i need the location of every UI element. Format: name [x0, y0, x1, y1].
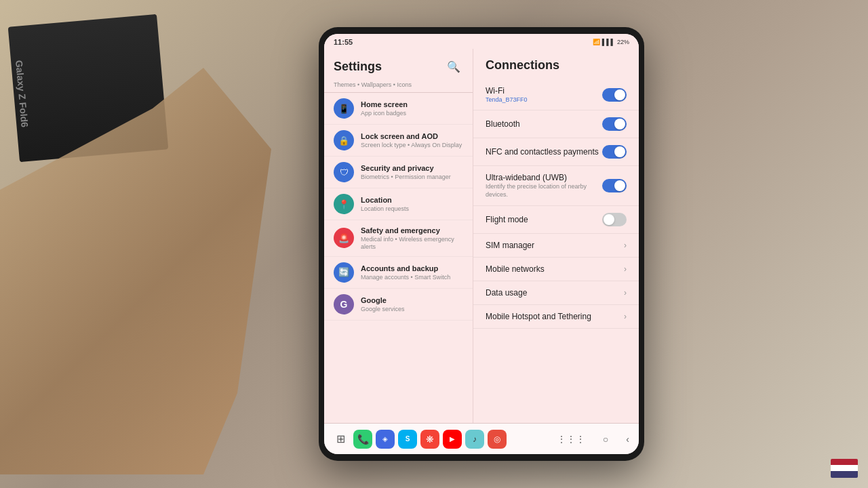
safety-text: Safety and emergency Medical info • Wire…: [361, 226, 463, 251]
mobile-networks-chevron: ›: [624, 264, 627, 274]
accounts-subtitle: Manage accounts • Smart Switch: [361, 274, 463, 281]
connections-title: Connections: [473, 54, 639, 79]
tablet-device: 11:55 📶 ▌▌▌ 22% Settings 🔍 Themes • Wall…: [319, 27, 644, 461]
sim-chevron: ›: [624, 241, 627, 250]
mobile-networks-text: Mobile networks: [486, 264, 624, 274]
connection-wifi[interactable]: Wi-Fi Tenda_B73FF0: [473, 79, 639, 110]
hotspot-chevron: ›: [624, 312, 627, 321]
nfc-name: NFC and contactless payments: [486, 147, 602, 157]
uwb-toggle[interactable]: [602, 179, 627, 192]
settings-item-location[interactable]: 📍 Location Location requests: [324, 188, 473, 220]
data-usage-text: Data usage: [486, 288, 624, 298]
dock-skype-icon[interactable]: S: [398, 430, 417, 449]
status-icons: 📶 ▌▌▌ 22%: [593, 39, 629, 45]
wifi-sub: Tenda_B73FF0: [486, 96, 602, 103]
nav-back-button[interactable]: ‹: [623, 431, 632, 447]
hotspot-name: Mobile Hotspot and Tethering: [486, 312, 624, 321]
connection-hotspot[interactable]: Mobile Hotspot and Tethering ›: [473, 305, 639, 329]
settings-item-google[interactable]: G Google Google services: [324, 289, 473, 321]
settings-item-safety[interactable]: 🚨 Safety and emergency Medical info • Wi…: [324, 220, 473, 257]
wifi-toggle[interactable]: [602, 88, 627, 102]
bluetooth-text: Bluetooth: [486, 119, 602, 129]
dock-podcast-icon[interactable]: ◎: [488, 430, 507, 449]
uwb-text: Ultra-wideband (UWB) Identify the precis…: [486, 173, 602, 199]
dock-tiktok-icon[interactable]: ♪: [465, 430, 484, 449]
settings-item-lock-screen[interactable]: 🔒 Lock screen and AOD Screen lock type •…: [324, 125, 473, 157]
google-subtitle: Google services: [361, 306, 463, 313]
flight-name: Flight mode: [486, 215, 602, 224]
dock-klover-icon[interactable]: ❋: [420, 430, 439, 449]
lock-screen-subtitle: Screen lock type • Always On Display: [361, 142, 463, 149]
connection-bluetooth[interactable]: Bluetooth: [473, 110, 639, 138]
dock-bixby-icon[interactable]: ◈: [376, 430, 395, 449]
location-subtitle: Location requests: [361, 205, 463, 213]
settings-item-home-screen[interactable]: 📱 Home screen App icon badges: [324, 93, 473, 125]
flight-text: Flight mode: [486, 215, 602, 224]
search-button[interactable]: 🔍: [444, 57, 463, 76]
settings-panel: Settings 🔍 Themes • Wallpapers • Icons 📱…: [324, 49, 473, 423]
breadcrumb: Themes • Wallpapers • Icons: [324, 80, 473, 93]
accounts-icon: 🔄: [334, 262, 354, 283]
bluetooth-name: Bluetooth: [486, 119, 602, 129]
nav-home-button[interactable]: ○: [600, 431, 611, 447]
data-usage-name: Data usage: [486, 288, 624, 298]
book-label: Galaxy Z Fold6: [14, 60, 31, 128]
connection-flight[interactable]: Flight mode: [473, 206, 639, 234]
battery-status: 22%: [617, 39, 629, 45]
flight-toggle[interactable]: [602, 213, 627, 226]
safety-title: Safety and emergency: [361, 226, 463, 235]
signal-icon: ▌▌▌: [602, 39, 615, 45]
data-usage-chevron: ›: [624, 288, 627, 298]
security-title: Security and privacy: [361, 163, 463, 173]
wifi-text: Wi-Fi Tenda_B73FF0: [486, 86, 602, 103]
dock-nav: ⋮⋮⋮ ○ ‹: [554, 431, 632, 447]
accounts-title: Accounts and backup: [361, 264, 463, 273]
connection-sim[interactable]: SIM manager ›: [473, 234, 639, 258]
home-screen-text: Home screen App icon badges: [361, 100, 463, 117]
google-icon: G: [334, 294, 354, 314]
uwb-name: Ultra-wideband (UWB): [486, 173, 602, 182]
lock-screen-icon: 🔒: [334, 130, 354, 150]
connection-nfc[interactable]: NFC and contactless payments: [473, 138, 639, 166]
location-icon: 📍: [334, 194, 354, 214]
security-subtitle: Biometrics • Permission manager: [361, 174, 463, 181]
connection-mobile-networks[interactable]: Mobile networks ›: [473, 258, 639, 281]
settings-item-accounts[interactable]: 🔄 Accounts and backup Manage accounts • …: [324, 257, 473, 289]
connection-data-usage[interactable]: Data usage ›: [473, 281, 639, 305]
home-screen-title: Home screen: [361, 100, 463, 109]
google-text: Google Google services: [361, 296, 463, 313]
location-title: Location: [361, 195, 463, 205]
settings-title: Settings: [334, 60, 382, 74]
search-icon: 🔍: [447, 60, 460, 73]
sim-text: SIM manager: [486, 241, 624, 250]
safety-icon: 🚨: [334, 228, 354, 248]
nfc-text: NFC and contactless payments: [486, 147, 602, 157]
wifi-status-icon: 📶: [593, 39, 600, 45]
uwb-desc: Identify the precise location of nearby …: [486, 183, 602, 199]
dock-grid-icon[interactable]: ⊞: [331, 430, 350, 449]
content-area: Settings 🔍 Themes • Wallpapers • Icons 📱…: [324, 49, 639, 423]
bluetooth-toggle[interactable]: [602, 117, 627, 131]
status-bar: 11:55 📶 ▌▌▌ 22%: [324, 34, 639, 49]
sim-name: SIM manager: [486, 241, 624, 250]
nav-recent-button[interactable]: ⋮⋮⋮: [554, 431, 588, 447]
security-icon: 🛡: [334, 162, 354, 182]
location-text: Location Location requests: [361, 195, 463, 213]
dock-phone-icon[interactable]: 📞: [353, 430, 372, 449]
settings-header: Settings 🔍: [324, 52, 473, 80]
dock-youtube-icon[interactable]: ▶: [443, 430, 462, 449]
hotspot-text: Mobile Hotspot and Tethering: [486, 312, 624, 321]
lock-screen-text: Lock screen and AOD Screen lock type • A…: [361, 131, 463, 149]
security-text: Security and privacy Biometrics • Permis…: [361, 163, 463, 181]
home-screen-icon: 📱: [334, 98, 354, 119]
mobile-networks-name: Mobile networks: [486, 264, 624, 274]
lock-screen-title: Lock screen and AOD: [361, 131, 463, 141]
status-time: 11:55: [334, 38, 353, 46]
google-title: Google: [361, 296, 463, 305]
settings-item-security[interactable]: 🛡 Security and privacy Biometrics • Perm…: [324, 157, 473, 188]
nfc-toggle[interactable]: [602, 145, 627, 159]
safety-subtitle: Medical info • Wireless emergency alerts: [361, 236, 463, 251]
tablet-screen: 11:55 📶 ▌▌▌ 22% Settings 🔍 Themes • Wall…: [324, 34, 639, 454]
connection-uwb[interactable]: Ultra-wideband (UWB) Identify the precis…: [473, 166, 639, 206]
connections-panel: Connections Wi-Fi Tenda_B73FF0 Bluetooth: [473, 49, 639, 423]
